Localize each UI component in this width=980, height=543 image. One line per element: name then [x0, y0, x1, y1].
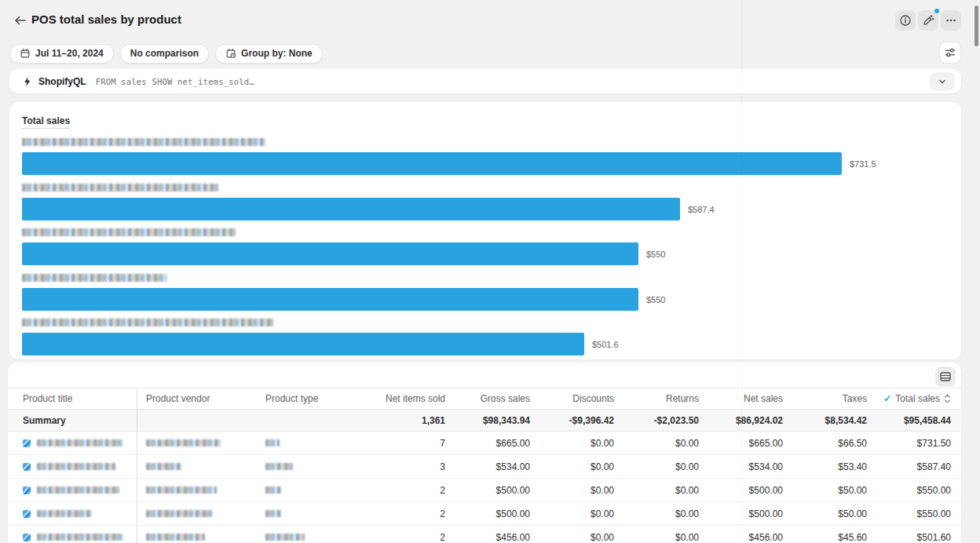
- page-title: POS total sales by product: [31, 13, 181, 26]
- product-vendor-redacted: [146, 487, 217, 494]
- arrow-left-icon: [13, 14, 27, 27]
- column-header-label: Product vendor: [146, 393, 210, 404]
- column-header-product-title[interactable]: Product title: [8, 388, 137, 409]
- value-cell: $0.00: [536, 432, 620, 454]
- value-cell: 3: [367, 455, 452, 478]
- more-actions-button[interactable]: [941, 10, 961, 31]
- column-header-total-sales[interactable]: ✓Total sales: [873, 388, 961, 409]
- shopifyql-bar[interactable]: ShopifyQL FROM sales SHOW net_items_sold…: [9, 69, 961, 93]
- value-cell: $0.00: [620, 455, 705, 478]
- product-thumbnail: [23, 439, 31, 447]
- column-header-label: Product type: [265, 393, 318, 404]
- product-thumbnail: [23, 487, 31, 494]
- column-header-returns[interactable]: Returns: [620, 388, 705, 409]
- value-cell: $0.00: [620, 479, 705, 501]
- column-header-label: Total sales: [895, 393, 940, 404]
- product-type-cell: [257, 526, 367, 543]
- column-header-net-items-sold[interactable]: Net items sold: [367, 388, 452, 409]
- chart-bar[interactable]: [22, 333, 584, 355]
- value-cell: $0.00: [620, 502, 705, 525]
- chart-bar[interactable]: [22, 288, 638, 311]
- value-cell: $587.40: [873, 455, 961, 478]
- table-row: 7$665.00$0.00$0.00$665.00$66.50$731.50: [8, 432, 961, 455]
- table-row: 2$500.00$0.00$0.00$500.00$50.00$550.00: [8, 502, 961, 526]
- value-cell: $50.00: [789, 502, 873, 525]
- bar-category-label-redacted: [22, 319, 273, 326]
- total-sales-chart-card: Total sales $731.5$587.4$550$550$501.6: [9, 102, 961, 359]
- product-type-cell: [257, 455, 367, 478]
- table-icon: [939, 370, 952, 383]
- product-vendor-cell: [137, 455, 257, 478]
- column-header-label: Net items sold: [386, 393, 445, 404]
- product-vendor-cell: [137, 502, 257, 525]
- bar-category-label-redacted: [22, 138, 265, 146]
- lightning-bolt-icon: [22, 76, 32, 87]
- value-cell: $500.00: [452, 502, 536, 525]
- group-by-pill[interactable]: Group by: None: [215, 44, 323, 64]
- summary-value: -$9,396.42: [536, 410, 620, 431]
- group-by-label: Group by: None: [241, 48, 313, 59]
- bar-category-label-redacted: [22, 184, 218, 191]
- value-cell: $731.50: [873, 432, 961, 454]
- value-cell: $0.00: [536, 526, 620, 543]
- value-cell: $0.00: [620, 526, 705, 543]
- chart-bar[interactable]: [22, 152, 842, 175]
- value-cell: $501.60: [873, 526, 961, 543]
- data-table: Product titleProduct vendorProduct typeN…: [8, 388, 961, 543]
- product-vendor-redacted: [146, 534, 205, 541]
- value-cell: $550.00: [873, 502, 961, 525]
- bar-group: $550: [22, 274, 949, 311]
- value-cell: $66.50: [789, 432, 873, 454]
- bar-value-label: $731.5: [850, 159, 876, 169]
- column-header-gross-sales[interactable]: Gross sales: [452, 388, 536, 409]
- chart-bar[interactable]: [22, 242, 638, 265]
- summary-value: $8,534.42: [789, 410, 873, 431]
- bar-group: $587.4: [22, 184, 949, 220]
- value-cell: $550.00: [873, 479, 961, 501]
- magic-edit-button[interactable]: [918, 10, 938, 31]
- product-title-cell: [8, 502, 137, 525]
- customize-button[interactable]: [939, 42, 961, 64]
- table-view-button[interactable]: [935, 366, 956, 387]
- back-button[interactable]: [11, 12, 28, 29]
- summary-value: 1,361: [367, 410, 452, 431]
- value-cell: $500.00: [705, 479, 789, 501]
- product-type-redacted: [265, 463, 293, 470]
- column-header-product-vendor[interactable]: Product vendor: [137, 388, 257, 409]
- summary-label: Summary: [8, 410, 137, 431]
- value-cell: $50.00: [789, 479, 873, 501]
- product-type-redacted: [265, 534, 305, 541]
- column-header-taxes[interactable]: Taxes: [789, 388, 873, 409]
- value-cell: $665.00: [452, 432, 536, 454]
- chart-bar[interactable]: [22, 198, 680, 220]
- column-header-discounts[interactable]: Discounts: [536, 388, 620, 409]
- product-title-redacted: [37, 439, 123, 446]
- column-header-net-sales[interactable]: Net sales: [705, 388, 789, 409]
- date-range-pill[interactable]: Jul 11–20, 2024: [9, 44, 114, 64]
- column-header-label: Net sales: [744, 393, 783, 404]
- bar-category-label-redacted: [22, 274, 166, 282]
- product-type-cell: [257, 432, 367, 454]
- value-cell: 2: [367, 502, 452, 525]
- report-table-card: Product titleProduct vendorProduct typeN…: [8, 363, 961, 543]
- value-cell: 2: [367, 526, 452, 543]
- summary-value: $98,343.94: [452, 410, 536, 431]
- product-vendor-cell: [137, 526, 257, 543]
- bar-value-label: $550: [646, 250, 665, 259]
- summary-type-empty: [257, 410, 367, 431]
- vertical-scrollbar-thumb[interactable]: [975, 5, 978, 46]
- summary-row: Summary1,361$98,343.94-$9,396.42-$2,023.…: [8, 410, 961, 432]
- product-thumbnail: [23, 510, 31, 518]
- info-button[interactable]: [895, 10, 916, 31]
- column-header-product-type[interactable]: Product type: [257, 388, 367, 409]
- info-icon: [899, 14, 912, 27]
- product-vendor-redacted: [146, 439, 221, 446]
- expand-query-button[interactable]: [930, 72, 955, 91]
- date-range-label: Jul 11–20, 2024: [35, 48, 104, 59]
- product-thumbnail: [23, 534, 31, 541]
- column-header-label: Taxes: [843, 393, 867, 404]
- notification-dot: [934, 8, 940, 14]
- value-cell: $0.00: [536, 455, 620, 478]
- comparison-pill[interactable]: No comparison: [120, 44, 209, 64]
- sliders-icon: [944, 46, 956, 59]
